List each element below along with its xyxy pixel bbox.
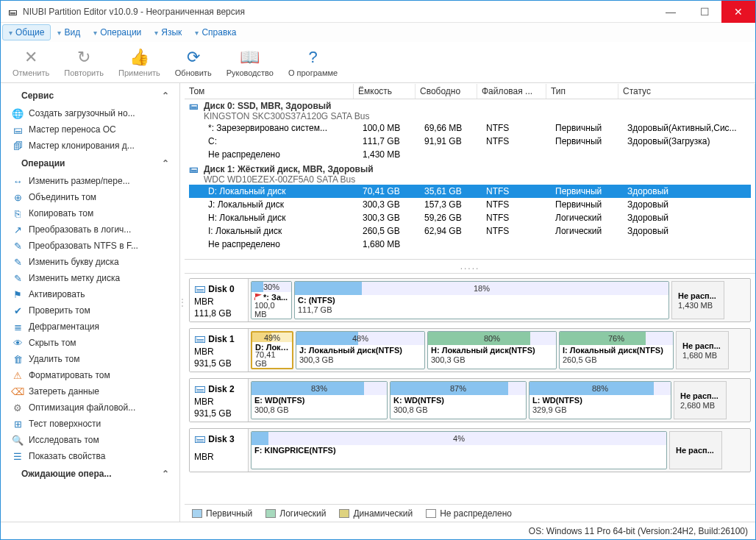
sidebar-item-label: Создать загрузочный но...: [29, 108, 135, 118]
sidebar-item-icon: 👁: [11, 337, 24, 349]
sidebar-item-label: Проверить том: [29, 305, 90, 316]
повторить-icon: ↻: [77, 48, 90, 67]
sidebar-item[interactable]: ⚑Активировать: [1, 286, 179, 302]
unallocated-block[interactable]: Не расп...1,680 MB: [676, 331, 729, 369]
partition-block[interactable]: 83%E: WD(NTFS)300,8 GB: [251, 381, 388, 419]
sidebar-item[interactable]: ↔Изменить размер/пере...: [1, 173, 179, 189]
partition-row[interactable]: C:111,7 GB91,91 GBNTFSПервичныйЗдоровый(…: [189, 135, 751, 148]
disk-group-header[interactable]: 🖴Диск 0: SSD, MBR, Здоровый: [189, 101, 751, 111]
partition-block[interactable]: 87%K: WD(NTFS)300,8 GB: [390, 381, 527, 419]
sidebar-item[interactable]: ⊕Объединить том: [1, 189, 179, 205]
unallocated-block[interactable]: Не расп...: [669, 431, 722, 469]
sidebar-item[interactable]: ⎘Копировать том: [1, 205, 179, 221]
sidebar-item-label: Исследовать том: [29, 435, 99, 445]
sidebar-item[interactable]: ⊞Тест поверхности: [1, 416, 179, 432]
sidebar-item-icon: 🗑: [11, 353, 24, 365]
caret-up-icon: ⌃: [162, 469, 169, 479]
menu-язык[interactable]: ▾Язык: [148, 24, 188, 40]
sidebar-item[interactable]: ✎Изменить букву диска: [1, 254, 179, 270]
sidebar-item-icon: 🔍: [11, 434, 24, 446]
maximize-button[interactable]: ☐: [688, 1, 721, 23]
обновить-icon: ⟳: [187, 48, 200, 67]
отменить-icon: ✕: [24, 48, 38, 67]
sidebar-group-Операции[interactable]: Операции⌃: [1, 154, 179, 173]
sidebar-item[interactable]: 🔍Исследовать том: [1, 432, 179, 448]
disk-group-header[interactable]: 🖴Диск 1: Жёсткий диск, MBR, Здоровый: [189, 164, 751, 174]
app-icon: 🖴: [7, 6, 18, 18]
menu-операции[interactable]: ▾Операции: [87, 24, 148, 40]
sidebar-item[interactable]: 🗐Мастер клонирования д...: [1, 138, 179, 154]
minimize-button[interactable]: —: [654, 1, 688, 23]
caret-up-icon: ⌃: [162, 90, 169, 101]
legend-primary-label: Первичный: [206, 508, 252, 519]
partition-block[interactable]: 30%*: За...100,0 MB: [251, 281, 292, 319]
disk-row: 🖴 Disk 2MBR931,5 GB83%E: WD(NTFS)300,8 G…: [189, 378, 751, 422]
partition-row[interactable]: I: Локальный диск260,5 GB62,94 GBNTFSЛог…: [189, 224, 751, 238]
partition-row[interactable]: *: Зарезервировано систем...100,0 MB69,6…: [189, 121, 751, 135]
window-title: NIUBI Partition Editor v10.0.9 - Неогран…: [23, 7, 654, 17]
toolbar-о программе[interactable]: ?О программе: [281, 46, 345, 79]
toolbar-руководство[interactable]: 📖Руководство: [219, 46, 281, 79]
sidebar-item-label: Объединить том: [29, 192, 96, 202]
column-header[interactable]: Файловая ...: [477, 84, 546, 99]
menu-bar: ▾Общие▾Вид▾Операции▾Язык▾Справка: [1, 23, 755, 42]
partition-block[interactable]: 4%F: KINGPRICE(NTFS): [251, 431, 667, 469]
sidebar-item[interactable]: ✔Проверить том: [1, 302, 179, 319]
unallocated-block[interactable]: Не расп...1,430 MB: [671, 281, 724, 319]
disk-info[interactable]: 🖴 Disk 1MBR931,5 GB: [190, 329, 249, 372]
legend: Первичный Логический Динамический Не рас…: [185, 504, 755, 522]
legend-logical-swatch: [265, 509, 276, 518]
column-header[interactable]: Статус: [618, 84, 755, 99]
disk-info[interactable]: 🖴 Disk 2MBR931,5 GB: [190, 379, 249, 422]
sidebar-item[interactable]: ≣Дефрагментация: [1, 319, 179, 335]
sidebar-group-Сервис[interactable]: Сервис⌃: [1, 86, 179, 105]
sidebar-group-Ожидающие опера...[interactable]: Ожидающие опера...⌃: [1, 464, 179, 483]
sidebar-item-icon: ↔: [11, 175, 24, 187]
sidebar-item[interactable]: 👁Скрыть том: [1, 335, 179, 351]
sidebar-item-label: Дефрагментация: [29, 321, 99, 332]
partition-block[interactable]: 88%L: WD(NTFS)329,9 GB: [529, 381, 671, 419]
column-header[interactable]: Свободно: [416, 84, 477, 99]
unallocated-block[interactable]: Не расп...2,680 MB: [674, 381, 727, 419]
close-button[interactable]: ✕: [721, 1, 755, 23]
column-header[interactable]: Том: [185, 84, 354, 99]
toolbar-обновить[interactable]: ⟳Обновить: [168, 46, 219, 79]
sidebar-item[interactable]: ⌫Затереть данные: [1, 383, 179, 399]
partition-row[interactable]: D: Локальный диск70,41 GB35,61 GBNTFSПер…: [189, 185, 751, 198]
menu-общие[interactable]: ▾Общие: [2, 24, 51, 40]
sidebar-item-icon: 🗐: [11, 140, 24, 152]
sidebar-item-icon: ⊞: [11, 418, 24, 430]
menu-вид[interactable]: ▾Вид: [51, 24, 87, 40]
partition-block[interactable]: 18%C: (NTFS)111,7 GB: [294, 281, 669, 319]
sidebar-item[interactable]: ✎Преобразовать NTFS в F...: [1, 238, 179, 254]
sidebar-item[interactable]: 🗑Удалить том: [1, 351, 179, 367]
sidebar-item[interactable]: 🖴Мастер переноса ОС: [1, 121, 179, 138]
sidebar-item[interactable]: ☰Показать свойства: [1, 448, 179, 464]
toolbar: ✕Отменить↻Повторить👍Применить⟳Обновить📖Р…: [1, 42, 755, 83]
disk-icon: 🖴: [189, 101, 201, 111]
sidebar-item[interactable]: ⚙Оптимизация файловой...: [1, 399, 179, 416]
disk-icon: 🖴: [194, 432, 206, 444]
partition-block[interactable]: 76%I: Локальный диск(NTFS)260,5 GB: [559, 331, 674, 369]
partition-row[interactable]: J: Локальный диск300,3 GB157,3 GBNTFSПер…: [189, 198, 751, 211]
column-header[interactable]: Тип: [546, 84, 618, 99]
partition-block[interactable]: 49%D: Лока...70,41 GB: [251, 331, 293, 369]
disk-info[interactable]: 🖴 Disk 3MBR: [190, 429, 249, 472]
руководство-icon: 📖: [240, 48, 260, 67]
sidebar-item-label: Копировать том: [29, 208, 93, 219]
toolbar-отменить: ✕Отменить: [5, 46, 57, 79]
grid-separator[interactable]: .....: [185, 260, 755, 274]
partition-block[interactable]: 80%H: Локальный диск(NTFS)300,3 GB: [427, 331, 557, 369]
sidebar-item[interactable]: ↗Преобразовать в логич...: [1, 221, 179, 238]
sidebar-item[interactable]: 🌐Создать загрузочный но...: [1, 105, 179, 121]
disk-model: WDC WD10EZEX-00ZF5A0 SATA Bus: [189, 174, 751, 185]
disk-info[interactable]: 🖴 Disk 0MBR111,8 GB: [190, 279, 249, 321]
partition-block[interactable]: 48%J: Локальный диск(NTFS)300,3 GB: [296, 331, 425, 369]
sidebar-item[interactable]: ⚠Форматировать том: [1, 367, 179, 383]
partition-row[interactable]: Не распределено1,680 MB: [189, 238, 751, 251]
partition-row[interactable]: H: Локальный диск300,3 GB59,26 GBNTFSЛог…: [189, 211, 751, 224]
sidebar-item[interactable]: ✎Изменить метку диска: [1, 270, 179, 286]
column-header[interactable]: Ёмкость: [354, 84, 416, 99]
partition-row[interactable]: Не распределено1,430 MB: [189, 148, 751, 161]
menu-справка[interactable]: ▾Справка: [188, 24, 243, 40]
